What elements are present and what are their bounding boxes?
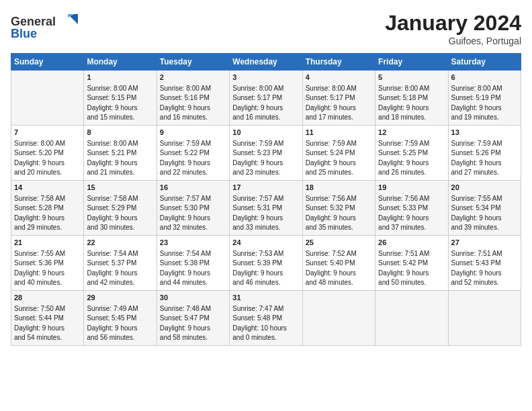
calendar-body: 1Sunrise: 8:00 AMSunset: 5:15 PMDaylight… — [11, 71, 521, 346]
day-info-line: Sunset: 5:31 PM — [232, 203, 299, 214]
day-info-line: Daylight: 10 hours — [232, 324, 299, 334]
day-info-line: Daylight: 9 hours — [87, 158, 153, 169]
day-number: 1 — [87, 73, 153, 83]
calendar-day-12: 12Sunrise: 7:59 AMSunset: 5:25 PMDayligh… — [375, 126, 448, 181]
day-number: 17 — [232, 183, 299, 193]
day-number: 14 — [14, 183, 81, 193]
day-info-line: Sunset: 5:39 PM — [232, 259, 299, 269]
calendar-day-15: 15Sunrise: 7:58 AMSunset: 5:29 PMDayligh… — [84, 181, 157, 236]
day-info-line: Sunrise: 7:59 AM — [306, 139, 372, 149]
day-number: 25 — [306, 238, 372, 248]
day-info-line: and 39 minutes. — [451, 223, 518, 233]
day-info-line: Sunrise: 8:00 AM — [14, 139, 81, 149]
day-number: 29 — [87, 293, 153, 304]
day-info-line: Daylight: 9 hours — [378, 103, 445, 113]
day-info-line: and 37 minutes. — [378, 223, 445, 233]
day-info-line: and 19 minutes. — [451, 113, 518, 123]
calendar-empty-cell — [11, 71, 84, 126]
calendar-week-1: 1Sunrise: 8:00 AMSunset: 5:15 PMDaylight… — [11, 71, 521, 126]
day-number: 10 — [232, 128, 299, 138]
day-info-line: Sunrise: 7:54 AM — [160, 249, 226, 259]
day-info-line: Sunset: 5:25 PM — [378, 148, 445, 158]
day-info-line: Sunrise: 7:57 AM — [160, 194, 226, 204]
day-info-line: Sunrise: 7:50 AM — [14, 304, 81, 314]
day-info-line: Sunset: 5:44 PM — [14, 314, 81, 324]
day-number: 5 — [378, 73, 445, 83]
day-info-line: Sunrise: 7:56 AM — [378, 194, 445, 204]
day-info-line: Sunrise: 8:00 AM — [87, 139, 153, 149]
day-info-line: and 21 minutes. — [87, 168, 153, 178]
weekday-header-wednesday: Wednesday — [230, 54, 302, 71]
day-number: 31 — [232, 293, 299, 304]
day-info-line: Daylight: 9 hours — [378, 269, 445, 279]
calendar-day-23: 23Sunrise: 7:54 AMSunset: 5:38 PMDayligh… — [157, 236, 229, 291]
day-info-line: and 16 minutes. — [232, 113, 299, 123]
calendar-table: SundayMondayTuesdayWednesdayThursdayFrid… — [11, 53, 521, 346]
day-number: 23 — [160, 238, 226, 248]
day-info-line: Daylight: 9 hours — [87, 324, 153, 334]
day-info-line: Daylight: 9 hours — [232, 158, 299, 169]
day-info-line: Sunset: 5:26 PM — [451, 148, 518, 158]
calendar-day-21: 21Sunrise: 7:55 AMSunset: 5:36 PMDayligh… — [11, 236, 84, 291]
day-info-line: and 56 minutes. — [87, 333, 153, 343]
day-number: 30 — [160, 293, 226, 304]
calendar-week-4: 21Sunrise: 7:55 AMSunset: 5:36 PMDayligh… — [11, 236, 521, 291]
day-info-line: Sunset: 5:37 PM — [87, 259, 153, 269]
calendar-day-1: 1Sunrise: 8:00 AMSunset: 5:15 PMDaylight… — [84, 71, 157, 126]
day-info-line: Sunrise: 7:52 AM — [306, 249, 372, 259]
day-info-line: and 40 minutes. — [14, 278, 81, 288]
day-info-line: Sunrise: 7:57 AM — [232, 194, 299, 204]
weekday-header-sunday: Sunday — [11, 54, 84, 71]
logo-icon: General Blue — [11, 11, 85, 41]
day-info-line: and 26 minutes. — [378, 168, 445, 178]
title-section: January 2024 Guifoes, Portugal — [385, 11, 521, 46]
day-info-line: and 35 minutes. — [306, 223, 372, 233]
day-info-line: Sunset: 5:17 PM — [306, 93, 372, 103]
calendar-day-31: 31Sunrise: 7:47 AMSunset: 5:48 PMDayligh… — [230, 291, 302, 346]
day-number: 18 — [306, 183, 372, 193]
day-number: 19 — [378, 183, 445, 193]
svg-text:Blue: Blue — [11, 27, 37, 40]
day-info-line: Sunset: 5:33 PM — [378, 203, 445, 214]
day-info-line: and 33 minutes. — [232, 223, 299, 233]
day-info-line: Sunrise: 7:53 AM — [232, 249, 299, 259]
calendar-day-22: 22Sunrise: 7:54 AMSunset: 5:37 PMDayligh… — [84, 236, 157, 291]
calendar-day-16: 16Sunrise: 7:57 AMSunset: 5:30 PMDayligh… — [157, 181, 229, 236]
day-info-line: Daylight: 9 hours — [306, 103, 372, 113]
day-info-line: and 46 minutes. — [232, 278, 299, 288]
day-info-line: and 16 minutes. — [160, 113, 226, 123]
calendar-day-6: 6Sunrise: 8:00 AMSunset: 5:19 PMDaylight… — [448, 71, 521, 126]
calendar-day-4: 4Sunrise: 8:00 AMSunset: 5:17 PMDaylight… — [302, 71, 375, 126]
month-title: January 2024 — [385, 11, 521, 36]
day-info-line: Sunrise: 7:51 AM — [451, 249, 518, 259]
day-info-line: Sunset: 5:42 PM — [378, 259, 445, 269]
day-info-line: Sunset: 5:43 PM — [451, 259, 518, 269]
day-info-line: Daylight: 9 hours — [378, 214, 445, 224]
calendar-day-10: 10Sunrise: 7:59 AMSunset: 5:23 PMDayligh… — [230, 126, 302, 181]
calendar-empty-cell — [302, 291, 375, 346]
calendar-day-29: 29Sunrise: 7:49 AMSunset: 5:45 PMDayligh… — [84, 291, 157, 346]
day-info-line: Sunset: 5:34 PM — [451, 203, 518, 214]
calendar-day-7: 7Sunrise: 8:00 AMSunset: 5:20 PMDaylight… — [11, 126, 84, 181]
day-info-line: Daylight: 9 hours — [160, 158, 226, 169]
calendar-day-27: 27Sunrise: 7:51 AMSunset: 5:43 PMDayligh… — [448, 236, 521, 291]
day-info-line: Sunrise: 7:59 AM — [378, 139, 445, 149]
day-info-line: Sunset: 5:18 PM — [378, 93, 445, 103]
weekday-header-friday: Friday — [375, 54, 448, 71]
calendar-day-17: 17Sunrise: 7:57 AMSunset: 5:31 PMDayligh… — [230, 181, 302, 236]
day-info-line: Daylight: 9 hours — [232, 214, 299, 224]
day-info-line: Sunset: 5:16 PM — [160, 93, 226, 103]
day-info-line: Daylight: 9 hours — [14, 269, 81, 279]
logo-text: General Blue — [11, 11, 85, 44]
day-info-line: Daylight: 9 hours — [306, 214, 372, 224]
day-info-line: and 17 minutes. — [306, 113, 372, 123]
calendar-day-30: 30Sunrise: 7:48 AMSunset: 5:47 PMDayligh… — [157, 291, 229, 346]
header: General Blue January 2024 Guifoes, Portu… — [11, 11, 521, 46]
day-info-line: Sunset: 5:21 PM — [87, 148, 153, 158]
day-number: 6 — [451, 73, 518, 83]
day-number: 21 — [14, 238, 81, 248]
day-info-line: Sunset: 5:48 PM — [232, 314, 299, 324]
day-number: 27 — [451, 238, 518, 248]
day-info-line: Sunset: 5:47 PM — [160, 314, 226, 324]
day-info-line: Sunset: 5:23 PM — [232, 148, 299, 158]
